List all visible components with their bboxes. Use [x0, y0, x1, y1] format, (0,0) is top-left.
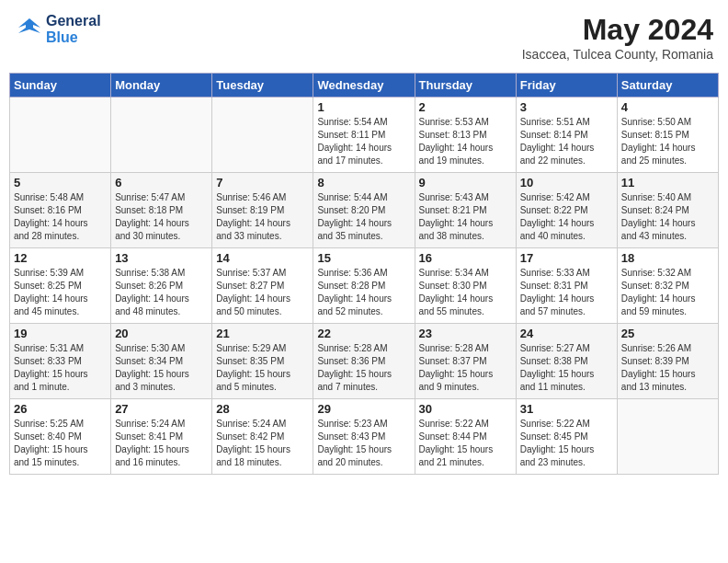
calendar-header-saturday: Saturday: [617, 74, 718, 98]
day-info: Sunrise: 5:28 AMSunset: 8:36 PMDaylight:…: [317, 342, 410, 394]
day-number: 16: [419, 251, 512, 265]
day-info: Sunrise: 5:37 AMSunset: 8:27 PMDaylight:…: [216, 267, 309, 318]
day-info: Sunrise: 5:24 AMSunset: 8:41 PMDaylight:…: [115, 418, 208, 469]
day-number: 18: [621, 251, 714, 265]
calendar-cell: 25Sunrise: 5:26 AMSunset: 8:39 PMDayligh…: [617, 324, 718, 399]
svg-marker-0: [18, 18, 40, 33]
day-info: Sunrise: 5:47 AMSunset: 8:18 PMDaylight:…: [115, 191, 208, 243]
day-number: 21: [216, 327, 309, 340]
calendar-cell: 17Sunrise: 5:33 AMSunset: 8:31 PMDayligh…: [516, 248, 617, 324]
calendar-cell: [10, 98, 111, 173]
calendar-cell: 23Sunrise: 5:28 AMSunset: 8:37 PMDayligh…: [415, 324, 516, 399]
calendar-header-monday: Monday: [111, 74, 212, 98]
day-number: 10: [520, 176, 613, 190]
day-info: Sunrise: 5:32 AMSunset: 8:32 PMDaylight:…: [621, 267, 714, 318]
logo: General Blue: [15, 13, 101, 45]
calendar-cell: 24Sunrise: 5:27 AMSunset: 8:38 PMDayligh…: [516, 324, 617, 399]
calendar-table: SundayMondayTuesdayWednesdayThursdayFrid…: [9, 73, 719, 475]
logo-bird-icon: [15, 15, 44, 44]
day-number: 23: [419, 327, 512, 340]
day-number: 7: [216, 176, 309, 190]
title-block: May 2024 Isaccea, Tulcea County, Romania: [522, 13, 713, 62]
calendar-cell: 30Sunrise: 5:22 AMSunset: 8:44 PMDayligh…: [415, 399, 516, 475]
calendar-cell: 22Sunrise: 5:28 AMSunset: 8:36 PMDayligh…: [313, 324, 415, 399]
calendar-cell: 7Sunrise: 5:46 AMSunset: 8:19 PMDaylight…: [212, 173, 313, 248]
calendar-cell: [111, 98, 212, 173]
calendar-header-tuesday: Tuesday: [212, 74, 313, 98]
logo-container: General Blue: [15, 13, 101, 45]
calendar-cell: 26Sunrise: 5:25 AMSunset: 8:40 PMDayligh…: [10, 399, 111, 475]
calendar-cell: 10Sunrise: 5:42 AMSunset: 8:22 PMDayligh…: [516, 173, 617, 248]
day-info: Sunrise: 5:46 AMSunset: 8:19 PMDaylight:…: [216, 191, 309, 243]
calendar-cell: 1Sunrise: 5:54 AMSunset: 8:11 PMDaylight…: [313, 98, 415, 173]
day-info: Sunrise: 5:48 AMSunset: 8:16 PMDaylight:…: [14, 191, 107, 243]
calendar-cell: 5Sunrise: 5:48 AMSunset: 8:16 PMDaylight…: [10, 173, 111, 248]
day-number: 26: [14, 402, 107, 416]
day-number: 15: [317, 251, 410, 265]
calendar-header-row: SundayMondayTuesdayWednesdayThursdayFrid…: [10, 74, 719, 98]
day-info: Sunrise: 5:30 AMSunset: 8:34 PMDaylight:…: [115, 342, 208, 394]
calendar-week-4: 19Sunrise: 5:31 AMSunset: 8:33 PMDayligh…: [10, 324, 719, 399]
calendar-cell: 6Sunrise: 5:47 AMSunset: 8:18 PMDaylight…: [111, 173, 212, 248]
day-info: Sunrise: 5:29 AMSunset: 8:35 PMDaylight:…: [216, 342, 309, 394]
day-number: 11: [621, 176, 714, 190]
calendar-week-5: 26Sunrise: 5:25 AMSunset: 8:40 PMDayligh…: [10, 399, 719, 475]
calendar-week-1: 1Sunrise: 5:54 AMSunset: 8:11 PMDaylight…: [10, 98, 719, 173]
day-info: Sunrise: 5:44 AMSunset: 8:20 PMDaylight:…: [317, 191, 410, 243]
calendar-cell: 15Sunrise: 5:36 AMSunset: 8:28 PMDayligh…: [313, 248, 415, 324]
calendar-cell: 9Sunrise: 5:43 AMSunset: 8:21 PMDaylight…: [415, 173, 516, 248]
day-info: Sunrise: 5:22 AMSunset: 8:45 PMDaylight:…: [520, 418, 613, 469]
calendar-cell: 13Sunrise: 5:38 AMSunset: 8:26 PMDayligh…: [111, 248, 212, 324]
day-info: Sunrise: 5:31 AMSunset: 8:33 PMDaylight:…: [14, 342, 107, 394]
day-info: Sunrise: 5:40 AMSunset: 8:24 PMDaylight:…: [621, 191, 714, 243]
calendar-cell: 12Sunrise: 5:39 AMSunset: 8:25 PMDayligh…: [10, 248, 111, 324]
calendar-header-sunday: Sunday: [10, 74, 111, 98]
day-number: 14: [216, 251, 309, 265]
day-info: Sunrise: 5:38 AMSunset: 8:26 PMDaylight:…: [115, 267, 208, 318]
day-number: 24: [520, 327, 613, 340]
day-info: Sunrise: 5:24 AMSunset: 8:42 PMDaylight:…: [216, 418, 309, 469]
day-number: 9: [419, 176, 512, 190]
calendar-header-wednesday: Wednesday: [313, 74, 415, 98]
day-number: 28: [216, 402, 309, 416]
day-number: 22: [317, 327, 410, 340]
day-info: Sunrise: 5:25 AMSunset: 8:40 PMDaylight:…: [14, 418, 107, 469]
day-number: 20: [115, 327, 208, 340]
calendar-cell: 28Sunrise: 5:24 AMSunset: 8:42 PMDayligh…: [212, 399, 313, 475]
calendar-header-thursday: Thursday: [415, 74, 516, 98]
day-number: 8: [317, 176, 410, 190]
day-info: Sunrise: 5:42 AMSunset: 8:22 PMDaylight:…: [520, 191, 613, 243]
month-year: May 2024: [522, 13, 713, 47]
day-info: Sunrise: 5:23 AMSunset: 8:43 PMDaylight:…: [317, 418, 410, 469]
calendar-week-2: 5Sunrise: 5:48 AMSunset: 8:16 PMDaylight…: [10, 173, 719, 248]
calendar-cell: 20Sunrise: 5:30 AMSunset: 8:34 PMDayligh…: [111, 324, 212, 399]
day-number: 2: [419, 100, 512, 114]
calendar-cell: 2Sunrise: 5:53 AMSunset: 8:13 PMDaylight…: [415, 98, 516, 173]
logo-text-blue: Blue: [46, 29, 101, 46]
day-info: Sunrise: 5:33 AMSunset: 8:31 PMDaylight:…: [520, 267, 613, 318]
calendar-cell: 14Sunrise: 5:37 AMSunset: 8:27 PMDayligh…: [212, 248, 313, 324]
day-number: 1: [317, 100, 410, 114]
day-number: 30: [419, 402, 512, 416]
day-info: Sunrise: 5:34 AMSunset: 8:30 PMDaylight:…: [419, 267, 512, 318]
calendar-week-3: 12Sunrise: 5:39 AMSunset: 8:25 PMDayligh…: [10, 248, 719, 324]
location: Isaccea, Tulcea County, Romania: [522, 47, 713, 62]
day-info: Sunrise: 5:51 AMSunset: 8:14 PMDaylight:…: [520, 116, 613, 167]
calendar-cell: 21Sunrise: 5:29 AMSunset: 8:35 PMDayligh…: [212, 324, 313, 399]
day-info: Sunrise: 5:22 AMSunset: 8:44 PMDaylight:…: [419, 418, 512, 469]
day-info: Sunrise: 5:54 AMSunset: 8:11 PMDaylight:…: [317, 116, 410, 167]
day-number: 25: [621, 327, 714, 340]
calendar-cell: 16Sunrise: 5:34 AMSunset: 8:30 PMDayligh…: [415, 248, 516, 324]
calendar-cell: 3Sunrise: 5:51 AMSunset: 8:14 PMDaylight…: [516, 98, 617, 173]
day-number: 12: [14, 251, 107, 265]
calendar-cell: 4Sunrise: 5:50 AMSunset: 8:15 PMDaylight…: [617, 98, 718, 173]
calendar-cell: 8Sunrise: 5:44 AMSunset: 8:20 PMDaylight…: [313, 173, 415, 248]
day-info: Sunrise: 5:26 AMSunset: 8:39 PMDaylight:…: [621, 342, 714, 394]
day-number: 5: [14, 176, 107, 190]
page-header: General Blue May 2024 Isaccea, Tulcea Co…: [9, 9, 719, 65]
day-number: 19: [14, 327, 107, 340]
calendar-cell: 18Sunrise: 5:32 AMSunset: 8:32 PMDayligh…: [617, 248, 718, 324]
calendar-header-friday: Friday: [516, 74, 617, 98]
calendar-cell: [212, 98, 313, 173]
day-info: Sunrise: 5:27 AMSunset: 8:38 PMDaylight:…: [520, 342, 613, 394]
